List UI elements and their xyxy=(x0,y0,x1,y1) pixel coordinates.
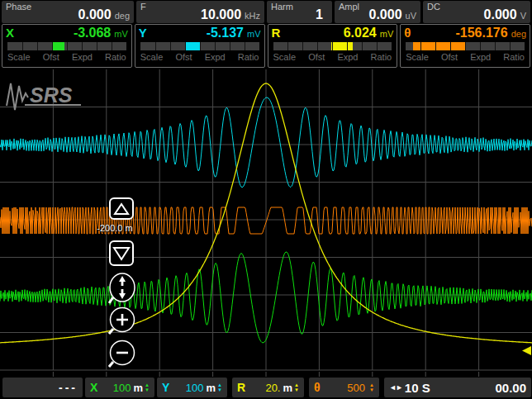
r-scale-unit: m xyxy=(283,382,292,394)
meter-tick xyxy=(170,42,171,50)
channel-x-ratio-button[interactable]: Ratio xyxy=(105,52,126,63)
channel-x-meter-segment xyxy=(53,42,64,50)
channel-y-scale-button[interactable]: Scale xyxy=(140,52,164,63)
y-scale-value: 100 xyxy=(186,382,204,394)
time-scale-box[interactable]: ◄► 10 S 00.00 xyxy=(384,378,531,397)
zoom-in-icon xyxy=(108,306,136,335)
theta-scale-updown-icon[interactable]: ▲▼ xyxy=(369,382,374,392)
channel-y-meter xyxy=(140,42,259,50)
meter-tick xyxy=(465,42,466,50)
meter-tick xyxy=(420,42,421,50)
zoom-out-button[interactable] xyxy=(108,340,136,368)
right-edge-marker[interactable] xyxy=(522,346,531,355)
y-scale-unit: m xyxy=(206,382,216,394)
offset-value-label: -200.0 m xyxy=(88,223,142,233)
marker-readout-text: --- xyxy=(59,381,78,394)
r-scale-updown-icon[interactable]: ▲▼ xyxy=(294,382,299,392)
dc-label: DC xyxy=(427,2,440,12)
meter-tick xyxy=(510,42,511,50)
meter-tick xyxy=(362,42,363,50)
channel-theta-letter: θ xyxy=(404,26,411,40)
channel-y-meter-segment xyxy=(185,42,201,50)
phase-readout[interactable]: Phase 0.000 deg xyxy=(2,1,134,23)
channel-x-meter xyxy=(7,42,126,50)
top-readout-bar: Phase 0.000 deg F 10.000 kHz Harm 1 Ampl… xyxy=(0,0,532,24)
horizontal-arrows-icon: ◄► xyxy=(389,383,402,392)
svg-text:SRS: SRS xyxy=(30,83,73,107)
meter-tick xyxy=(37,42,38,50)
channel-theta-expd-button[interactable]: Expd xyxy=(470,52,491,63)
meter-tick xyxy=(230,42,230,50)
meter-tick xyxy=(450,42,451,50)
channel-r-expd-button[interactable]: Expd xyxy=(337,52,358,63)
dc-readout[interactable]: DC 0.000 V xyxy=(423,1,530,23)
channel-theta-ratio-button[interactable]: Ratio xyxy=(503,52,525,63)
x-scale-unit: m xyxy=(133,382,143,394)
harmonic-value: 1 xyxy=(316,8,323,21)
time-scale-value: 10 S xyxy=(405,381,430,395)
channel-theta-meter xyxy=(406,42,525,50)
amplitude-readout[interactable]: Ampl 0.000 uV xyxy=(335,1,420,23)
x-scale-value: 100 xyxy=(113,382,131,394)
meter-tick xyxy=(480,42,481,50)
harmonic-label: Harm xyxy=(271,2,293,12)
x-scale-box[interactable]: X 100 m ▲▼ xyxy=(85,378,154,397)
channel-theta-ofst-button[interactable]: Ofst xyxy=(441,52,458,63)
channel-r-ofst-button[interactable]: Ofst xyxy=(308,52,325,63)
channel-x[interactable]: X -3.068 mV Scale Ofst Expd Ratio xyxy=(2,24,132,68)
dc-unit: V xyxy=(520,11,526,21)
y-scale-updown-icon[interactable]: ▲▼ xyxy=(217,382,222,392)
channel-x-letter: X xyxy=(6,26,14,40)
theta-scale-box[interactable]: θ 500 ▲▼ xyxy=(309,378,379,397)
meter-tick xyxy=(155,42,156,50)
zoom-out-icon xyxy=(108,340,136,368)
meter-tick xyxy=(97,42,97,50)
meter-tick xyxy=(287,42,288,50)
meter-tick xyxy=(377,42,378,50)
meter-tick xyxy=(52,42,53,50)
lockin-screen: SRS Phase 0.000 deg F 10.000 kHz Harm 1 … xyxy=(0,0,532,399)
frequency-readout[interactable]: F 10.000 kHz xyxy=(136,1,264,23)
channel-y-expd-button[interactable]: Expd xyxy=(205,52,226,63)
channel-y[interactable]: Y -5.137 mV Scale Ofst Expd Ratio xyxy=(135,24,265,68)
zoom-in-button[interactable] xyxy=(108,306,136,335)
channel-r-scale-button[interactable]: Scale xyxy=(273,52,297,63)
meter-tick xyxy=(332,42,333,50)
phase-label: Phase xyxy=(6,2,31,12)
marker-readout[interactable]: --- xyxy=(2,378,83,397)
r-scale-box[interactable]: R 20. m ▲▼ xyxy=(232,378,304,397)
r-scale-value: 20. xyxy=(265,382,280,394)
phase-value: 0.000 xyxy=(78,8,112,21)
channel-r-meter xyxy=(273,42,392,50)
offset-up-button[interactable] xyxy=(109,197,134,220)
vertical-pan-button[interactable] xyxy=(108,273,136,304)
channel-y-ratio-button[interactable]: Ratio xyxy=(238,52,259,63)
channel-r-ratio-button[interactable]: Ratio xyxy=(371,52,392,63)
down-triangle-icon xyxy=(112,246,131,261)
dc-value: 0.000 xyxy=(484,8,517,21)
channel-x-expd-button[interactable]: Expd xyxy=(72,52,93,63)
channel-theta-scale-button[interactable]: Scale xyxy=(406,52,429,63)
amplitude-unit: uV xyxy=(406,11,416,21)
x-scale-letter: X xyxy=(90,381,97,394)
harmonic-readout[interactable]: Harm 1 xyxy=(267,1,332,23)
y-scale-box[interactable]: Y 100 m ▲▼ xyxy=(157,378,227,397)
x-scale-updown-icon[interactable]: ▲▼ xyxy=(145,382,150,392)
meter-tick xyxy=(112,42,112,50)
offset-down-button[interactable] xyxy=(109,240,134,266)
channel-strip: X -3.068 mV Scale Ofst Expd Ratio Y -5.1… xyxy=(0,24,532,68)
amplitude-value: 0.000 xyxy=(368,8,401,21)
channel-theta-value: -156.176 xyxy=(455,26,507,40)
frequency-value: 10.000 xyxy=(201,8,241,21)
srs-logo: SRS xyxy=(7,83,81,110)
channel-r-letter: R xyxy=(272,26,281,40)
channel-x-scale-button[interactable]: Scale xyxy=(7,52,31,63)
channel-y-value: -5.137 xyxy=(207,26,244,40)
channel-r[interactable]: R 6.024 mV Scale Ofst Expd Ratio xyxy=(268,24,398,68)
channel-theta[interactable]: θ -156.176 deg Scale Ofst Expd Ratio xyxy=(400,24,530,68)
meter-tick xyxy=(495,42,496,50)
channel-x-ofst-button[interactable]: Ofst xyxy=(43,52,59,63)
y-scale-letter: Y xyxy=(162,381,169,394)
channel-y-ofst-button[interactable]: Ofst xyxy=(175,52,192,63)
frequency-unit: kHz xyxy=(245,11,260,21)
